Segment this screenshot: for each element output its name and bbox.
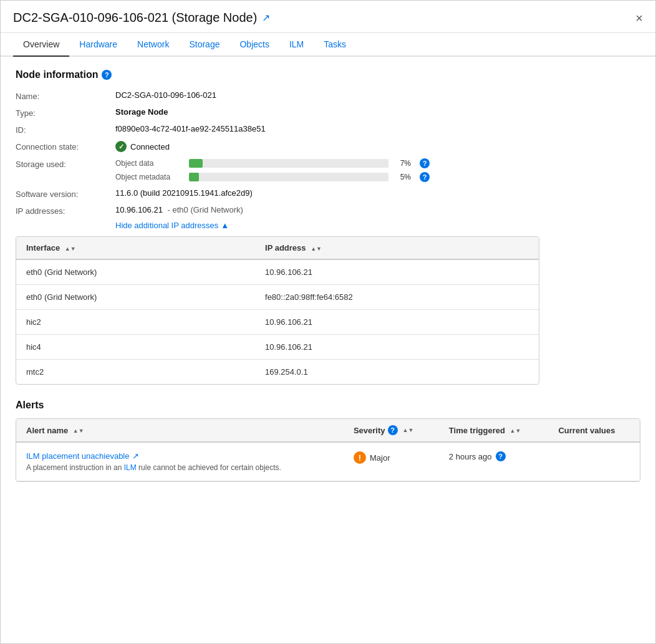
ip-row-interface: eth0 (Grid Network) — [16, 259, 255, 285]
severity-badge: ! Major — [354, 451, 429, 464]
node-info-help-icon[interactable]: ? — [102, 70, 112, 80]
ip-col-interface: Interface ▲▼ — [16, 237, 255, 259]
table-row: eth0 (Grid Network) 10.96.106.21 — [16, 259, 539, 285]
connected-icon — [115, 141, 127, 152]
tabs-bar: Overview Hardware Network Storage Object… — [1, 33, 655, 57]
tab-storage[interactable]: Storage — [179, 33, 229, 57]
ilm-link[interactable]: ILM — [124, 463, 137, 472]
tab-objects[interactable]: Objects — [229, 33, 279, 57]
type-value: Storage Node — [115, 107, 640, 118]
storage-metadata-bar — [189, 173, 199, 181]
alerts-section: Alerts Alert name ▲▼ Severity — [16, 400, 640, 482]
name-value: DC2-SGA-010-096-106-021 — [115, 90, 640, 101]
storage-metadata-label: Object metadata — [115, 173, 184, 181]
storage-metadata-pct: 5% — [393, 173, 411, 181]
ip-row-address: 10.96.106.21 — [255, 310, 539, 335]
ip-row-address: 169.254.0.1 — [255, 360, 539, 385]
alert-values-cell — [548, 442, 640, 481]
tab-hardware[interactable]: Hardware — [69, 33, 127, 57]
table-row: hic4 10.96.106.21 — [16, 335, 539, 360]
id-value: f0890e03-4c72-401f-ae92-245511a38e51 — [115, 124, 640, 135]
tab-network[interactable]: Network — [127, 33, 179, 57]
alerts-header-row: Alert name ▲▼ Severity ? ▲▼ — [16, 419, 640, 442]
id-label: ID: — [16, 124, 115, 135]
ip-table-header-row: Interface ▲▼ IP address ▲▼ — [16, 237, 539, 259]
tab-tasks[interactable]: Tasks — [314, 33, 356, 57]
alerts-col-name: Alert name ▲▼ — [16, 419, 344, 442]
connection-label: Connection state: — [16, 141, 115, 152]
alert-name-cell: ILM placement unachievable ↗ A placement… — [16, 442, 344, 481]
ip-value: 10.96.106.21 - eth0 (Grid Network) — [115, 205, 640, 216]
severity-sort-icon[interactable]: ▲▼ — [403, 427, 414, 433]
title-text: DC2-SGA-010-096-106-021 (Storage Node) — [13, 11, 257, 25]
alert-external-link-icon: ↗ — [132, 451, 139, 461]
time-text: 2 hours ago — [449, 452, 492, 461]
ip-address-sort-icon[interactable]: ▲▼ — [311, 246, 322, 252]
alerts-table-body: ILM placement unachievable ↗ A placement… — [16, 442, 640, 481]
interface-sort-icon[interactable]: ▲▼ — [65, 246, 76, 252]
connection-state: Connected — [115, 141, 640, 152]
alerts-col-severity: Severity ? ▲▼ — [344, 419, 439, 442]
node-info-grid: Name: DC2-SGA-010-096-106-021 Type: Stor… — [16, 90, 640, 216]
ip-row-interface: eth0 (Grid Network) — [16, 285, 255, 310]
tab-overview[interactable]: Overview — [13, 33, 69, 57]
node-info-title-text: Node information — [16, 69, 98, 80]
chevron-up-icon: ▲ — [221, 221, 229, 230]
name-label: Name: — [16, 90, 115, 101]
severity-help-icon[interactable]: ? — [388, 425, 398, 435]
alert-description: A placement instruction in an ILM rule c… — [26, 463, 334, 472]
ip-label: IP addresses: — [16, 205, 115, 216]
severity-label-text: Severity — [354, 426, 385, 435]
alert-severity-cell: ! Major — [344, 442, 439, 481]
storage-metadata-help-icon[interactable]: ? — [420, 172, 430, 182]
alert-time-cell: 2 hours ago ? — [439, 442, 549, 481]
alerts-col-time: Time triggered ▲▼ — [439, 419, 549, 442]
modal-header: DC2-SGA-010-096-106-021 (Storage Node) ↗… — [1, 1, 655, 33]
ip-col-address: IP address ▲▼ — [255, 237, 539, 259]
table-row: eth0 (Grid Network) fe80::2a0:98ff:fe64:… — [16, 285, 539, 310]
ip-row-interface: mtc2 — [16, 360, 255, 385]
alert-name-text: ILM placement unachievable — [26, 451, 130, 461]
storage-data-label: Object data — [115, 159, 184, 168]
storage-data-pct: 7% — [393, 159, 411, 168]
alerts-title: Alerts — [16, 400, 640, 411]
connection-value: Connected — [115, 141, 640, 152]
storage-data-help-icon[interactable]: ? — [420, 158, 430, 168]
ip-row-interface: hic4 — [16, 335, 255, 360]
type-label: Type: — [16, 107, 115, 118]
storage-label: Storage used: — [16, 158, 115, 182]
table-row: hic2 10.96.106.21 — [16, 310, 539, 335]
alert-name-sort-icon[interactable]: ▲▼ — [73, 428, 84, 434]
tab-ilm[interactable]: ILM — [279, 33, 314, 57]
ip-address-text: 10.96.106.21 — [115, 205, 163, 214]
time-sort-icon[interactable]: ▲▼ — [510, 428, 521, 434]
storage-data-bar-container — [189, 159, 388, 168]
table-row: mtc2 169.254.0.1 — [16, 360, 539, 385]
time-help-icon[interactable]: ? — [496, 451, 506, 461]
hide-ip-link[interactable]: Hide additional IP addresses ▲ — [115, 221, 640, 230]
ip-table-body: eth0 (Grid Network) 10.96.106.21 eth0 (G… — [16, 259, 539, 384]
software-label: Software version: — [16, 188, 115, 199]
storage-row-data: Object data 7% ? — [115, 158, 640, 168]
ip-row-interface: hic2 — [16, 310, 255, 335]
storage-bars-container: Object data 7% ? Object metadata 5% — [115, 158, 640, 182]
storage-data-bar — [189, 159, 203, 168]
alerts-table: Alert name ▲▼ Severity ? ▲▼ — [16, 418, 640, 482]
alert-row: ILM placement unachievable ↗ A placement… — [16, 442, 640, 481]
ip-row-address: 10.96.106.21 — [255, 259, 539, 285]
ip-row-address: fe80::2a0:98ff:fe64:6582 — [255, 285, 539, 310]
storage-bars: Object data 7% ? Object metadata 5% — [115, 158, 640, 182]
close-button[interactable]: × — [635, 12, 643, 24]
node-info-section-title: Node information ? — [16, 69, 640, 80]
modal-container: DC2-SGA-010-096-106-021 (Storage Node) ↗… — [0, 0, 656, 644]
alerts-col-values: Current values — [548, 419, 640, 442]
storage-metadata-bar-container — [189, 173, 388, 181]
ip-addresses-table: Interface ▲▼ IP address ▲▼ eth0 (Grid Ne… — [16, 236, 539, 385]
alert-name-link[interactable]: ILM placement unachievable ↗ — [26, 451, 334, 461]
time-cell: 2 hours ago ? — [449, 451, 539, 461]
software-value: 11.6.0 (build 20210915.1941.afce2d9) — [115, 188, 640, 199]
hide-ip-text: Hide additional IP addresses — [115, 221, 218, 230]
main-content: Node information ? Name: DC2-SGA-010-096… — [1, 57, 655, 643]
connected-text: Connected — [130, 142, 170, 151]
external-link-icon[interactable]: ↗ — [262, 12, 270, 24]
